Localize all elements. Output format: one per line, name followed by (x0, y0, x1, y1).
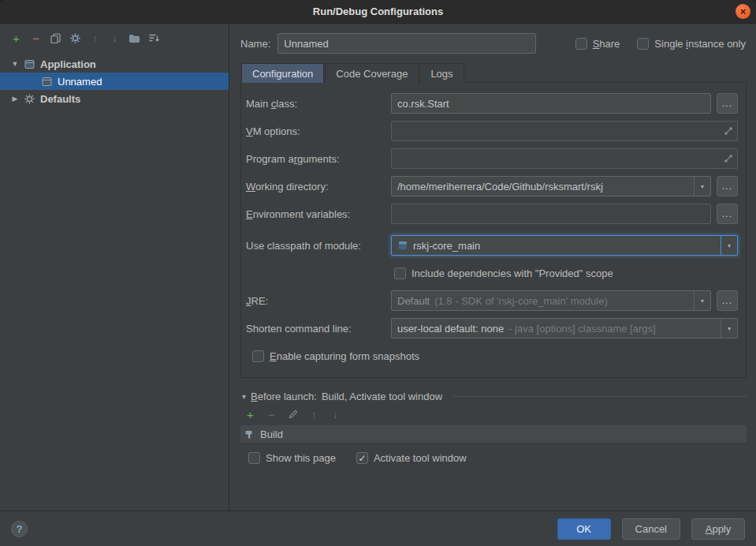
window-title: Run/Debug Configurations (313, 6, 443, 17)
jre-combobox[interactable]: Default (1.8 - SDK of 'rskj-core_main' m… (391, 290, 711, 311)
create-folder-icon[interactable] (125, 29, 144, 47)
tree-item-defaults[interactable]: ▶ Defaults (0, 90, 229, 107)
expand-field-icon[interactable] (724, 154, 733, 163)
copy-icon (50, 32, 61, 44)
help-button[interactable]: ? (11, 521, 28, 537)
before-launch-section: ▾ Before launch: Build, Activate tool wi… (240, 391, 747, 464)
checkbox[interactable] (252, 350, 264, 362)
remove-task-icon[interactable]: − (262, 406, 281, 423)
tab-configuration[interactable]: Configuration (241, 63, 324, 83)
dropdown-arrow-icon[interactable]: ▼ (694, 177, 710, 196)
dropdown-arrow-icon[interactable]: ▼ (721, 236, 737, 255)
environment-variables-input[interactable] (391, 204, 711, 224)
apply-button[interactable]: Apply (691, 518, 745, 540)
expanded-arrow-icon[interactable]: ▼ (11, 60, 19, 68)
program-arguments-input[interactable] (391, 148, 738, 169)
build-icon (244, 428, 255, 439)
before-launch-summary: Build, Activate tool window (322, 391, 442, 402)
main-class-row: Main class: ... (243, 93, 738, 114)
working-directory-label: Working directory: (243, 181, 391, 193)
name-input[interactable] (277, 33, 536, 54)
configuration-editor: Name: Share Single instance only Configu… (229, 24, 756, 510)
collapse-section-icon[interactable]: ▾ (242, 392, 246, 401)
working-directory-combobox[interactable]: /home/meriherrera/Code/Github/rsksmart/r… (391, 176, 711, 196)
include-provided-checkbox[interactable]: Include dependencies with "Provided" sco… (394, 267, 613, 279)
add-task-icon[interactable]: + (240, 406, 260, 423)
tab-code-coverage[interactable]: Code Coverage (325, 63, 419, 83)
dropdown-arrow-icon[interactable]: ▼ (721, 319, 737, 338)
shorten-command-line-combobox[interactable]: user-local default: none - java [options… (391, 318, 738, 338)
tree-item-unnamed[interactable]: Unnamed (0, 73, 229, 90)
main-class-input[interactable] (391, 93, 711, 114)
checkbox[interactable] (637, 38, 649, 50)
edit-templates-icon[interactable] (65, 29, 85, 47)
program-arguments-row: Program arguments: (243, 148, 738, 169)
environment-variables-row: Environment variables: ... (243, 204, 738, 224)
module-combobox[interactable]: rskj-core_main ▼ (391, 235, 738, 256)
jre-value-detail: (1.8 - SDK of 'rskj-core_main' module) (434, 295, 608, 307)
collapsed-arrow-icon[interactable]: ▶ (11, 95, 19, 103)
dialog-footer: ? OK Cancel Apply (0, 510, 756, 546)
share-checkbox[interactable]: Share (575, 38, 620, 50)
expand-field-icon[interactable] (724, 126, 733, 136)
shorten-command-line-label: Shorten command line: (243, 323, 391, 335)
shorten-value-detail: - java [options] classname [args] (508, 323, 655, 335)
module-icon (397, 240, 408, 251)
sort-configurations-icon[interactable] (144, 29, 164, 47)
single-instance-checkbox[interactable]: Single instance only (637, 38, 746, 50)
move-task-up-icon[interactable]: ↑ (304, 406, 324, 423)
main-class-label: Main class: (243, 98, 391, 110)
move-down-icon[interactable]: ↓ (105, 29, 125, 47)
tree-item-application[interactable]: ▼ Application (0, 55, 229, 73)
browse-working-directory-button[interactable]: ... (717, 176, 738, 196)
window-titlebar[interactable]: Run/Debug Configurations × (0, 0, 756, 24)
checkbox-checked[interactable]: ✓ (356, 452, 368, 464)
checkbox[interactable] (575, 38, 587, 50)
task-build[interactable]: Build (240, 425, 747, 443)
move-task-down-icon[interactable]: ↓ (326, 406, 345, 423)
environment-variables-label: Environment variables: (243, 208, 391, 220)
module-label: Use classpath of module: (243, 240, 391, 252)
close-icon: × (740, 6, 747, 17)
activate-tool-window-checkbox[interactable]: ✓ Activate tool window (356, 452, 467, 464)
single-instance-label: Single instance only (654, 38, 746, 50)
ok-button[interactable]: OK (557, 518, 611, 540)
separator-line (453, 396, 747, 397)
tree-item-label: Unnamed (58, 76, 102, 88)
before-launch-header[interactable]: ▾ Before launch: Build, Activate tool wi… (240, 391, 747, 402)
close-button[interactable]: × (736, 4, 750, 19)
vm-options-input[interactable] (391, 121, 738, 141)
capture-snapshots-checkbox[interactable]: Enable capturing form snapshots (252, 350, 419, 362)
help-icon: ? (17, 523, 23, 535)
before-launch-title: Before launch: (251, 391, 317, 402)
dropdown-arrow-icon[interactable]: ▼ (694, 291, 710, 310)
include-provided-label: Include dependencies with "Provided" sco… (412, 267, 613, 279)
remove-configuration-icon[interactable]: − (26, 29, 46, 47)
checkbox[interactable] (394, 267, 406, 279)
vm-options-label: VM options: (243, 125, 391, 137)
browse-environment-variables-button[interactable]: ... (717, 204, 738, 224)
name-row: Name: Share Single instance only (240, 33, 747, 54)
gear-icon (24, 93, 35, 105)
add-configuration-icon[interactable]: + (6, 29, 26, 47)
jre-value: Default (397, 295, 430, 307)
browse-main-class-button[interactable]: ... (717, 93, 738, 114)
checkbox[interactable] (248, 452, 260, 464)
include-provided-row: Include dependencies with "Provided" sco… (243, 263, 738, 283)
module-row: Use classpath of module: rskj-core_main … (243, 235, 738, 256)
tree-item-label: Application (40, 58, 96, 70)
move-up-icon[interactable]: ↑ (85, 29, 105, 47)
tab-logs[interactable]: Logs (419, 63, 464, 83)
cancel-button[interactable]: Cancel (622, 518, 680, 540)
module-value: rskj-core_main (413, 240, 480, 252)
pencil-icon (288, 409, 299, 420)
jre-label: JRE: (243, 295, 391, 307)
application-icon (41, 76, 53, 88)
gear-icon (69, 32, 81, 44)
edit-task-icon[interactable] (283, 406, 303, 423)
browse-jre-button[interactable]: ... (717, 290, 738, 311)
working-directory-value: /home/meriherrera/Code/Github/rsksmart/r… (397, 181, 603, 193)
copy-configuration-icon[interactable] (46, 29, 65, 47)
show-this-page-checkbox[interactable]: Show this page (248, 452, 336, 464)
capture-snapshots-row: Enable capturing form snapshots (243, 346, 738, 366)
